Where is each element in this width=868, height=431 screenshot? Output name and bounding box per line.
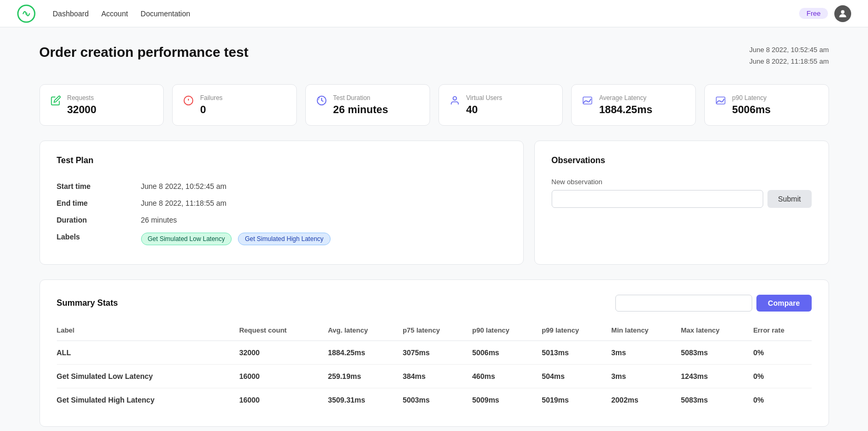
plan-row-duration: Duration 26 minutes (57, 212, 506, 228)
row-1-avg: 259.19ms (328, 365, 403, 388)
stat-card-avg-latency: Average Latency 1884.25ms (571, 84, 696, 126)
table-row: Get Simulated High Latency 16000 3509.31… (57, 388, 812, 412)
stat-card-p90-latency: p90 Latency 5006ms (704, 84, 829, 126)
row-0-label: ALL (57, 341, 240, 365)
row-2-p75: 5003ms (403, 388, 472, 412)
row-1-min: 3ms (611, 365, 681, 388)
logo[interactable] (17, 4, 36, 23)
stat-card-users: Virtual Users 40 (438, 84, 563, 126)
svg-point-1 (25, 12, 28, 15)
col-label: Label (57, 322, 240, 341)
row-2-error: 0% (753, 388, 812, 412)
row-0-p75: 3075ms (403, 341, 472, 365)
row-1-label: Get Simulated Low Latency (57, 365, 240, 388)
compare-button[interactable]: Compare (756, 295, 812, 312)
row-0-count: 32000 (239, 341, 327, 365)
nav-links: Dashboard Account Documentation (53, 9, 782, 18)
stats-table-header: Label Request count Avg. latency p75 lat… (57, 322, 812, 341)
compare-input[interactable] (615, 295, 752, 312)
row-1-p75: 384ms (403, 365, 472, 388)
stat-card-duration: Test Duration 26 minutes (305, 84, 430, 126)
col-p75: p75 latency (403, 322, 472, 341)
observations-card: Observations New observation Submit (534, 141, 829, 265)
plan-val-duration: 26 minutes (141, 212, 506, 228)
observations-title: Observations (552, 156, 812, 165)
plan-row-start: Start time June 8 2022, 10:52:45 am (57, 178, 506, 195)
summary-stats-card: Summary Stats Compare Label Request coun… (39, 279, 829, 427)
row-2-avg: 3509.31ms (328, 388, 403, 412)
row-0-error: 0% (753, 341, 812, 365)
col-error-rate: Error rate (753, 322, 812, 341)
summary-header: Summary Stats Compare (57, 295, 812, 312)
warning-icon (183, 95, 194, 107)
navbar-right: Free (799, 5, 851, 22)
navbar: Dashboard Account Documentation Free (0, 0, 868, 27)
summary-title: Summary Stats (57, 298, 118, 308)
plan-table: Start time June 8 2022, 10:52:45 am End … (57, 178, 506, 249)
obs-input-row: Submit (552, 190, 812, 208)
page-dates: June 8 2022, 10:52:45 am June 8 2022, 11… (749, 44, 829, 67)
stat-value-avg-latency: 1884.25ms (599, 104, 652, 116)
chart-avg-icon (582, 95, 593, 107)
plan-val-start: June 8 2022, 10:52:45 am (141, 178, 506, 195)
nav-account[interactable]: Account (102, 9, 128, 18)
stat-card-failures: Failures 0 (172, 84, 297, 126)
stat-value-duration: 26 minutes (333, 104, 388, 116)
row-0-max: 5083ms (681, 341, 753, 365)
test-plan-card: Test Plan Start time June 8 2022, 10:52:… (39, 141, 524, 265)
row-1-max: 1243ms (681, 365, 753, 388)
clock-icon (316, 95, 327, 107)
stat-value-failures: 0 (200, 104, 223, 116)
svg-point-2 (841, 10, 845, 14)
col-request-count: Request count (239, 322, 327, 341)
plan-row-end: End time June 8 2022, 11:18:55 am (57, 195, 506, 212)
stat-cards: Requests 32000 Failures 0 Test Duration … (39, 84, 829, 126)
submit-button[interactable]: Submit (767, 190, 812, 208)
stat-card-requests: Requests 32000 (39, 84, 164, 126)
stat-label-requests: Requests (67, 94, 97, 102)
avatar[interactable] (834, 5, 851, 22)
table-row: ALL 32000 1884.25ms 3075ms 5006ms 5013ms… (57, 341, 812, 365)
test-plan-title: Test Plan (57, 156, 506, 165)
pencil-icon (51, 95, 61, 107)
new-observation-input[interactable] (552, 190, 763, 208)
row-2-label: Get Simulated High Latency (57, 388, 240, 412)
stat-value-p90-latency: 5006ms (732, 104, 771, 116)
table-row: Get Simulated Low Latency 16000 259.19ms… (57, 365, 812, 388)
row-2-min: 2002ms (611, 388, 681, 412)
page-header: Order creation performance test June 8 2… (39, 44, 829, 67)
nav-dashboard[interactable]: Dashboard (53, 9, 89, 18)
row-2-count: 16000 (239, 388, 327, 412)
stat-value-users: 40 (466, 104, 502, 116)
row-1-error: 0% (753, 365, 812, 388)
user-icon (450, 95, 460, 107)
plan-key-end: End time (57, 195, 141, 212)
free-badge: Free (799, 8, 828, 19)
col-p99: p99 latency (542, 322, 611, 341)
col-avg-latency: Avg. latency (328, 322, 403, 341)
plan-val-labels: Get Simulated Low Latency Get Simulated … (141, 228, 506, 249)
stat-label-failures: Failures (200, 94, 223, 102)
nav-documentation[interactable]: Documentation (141, 9, 190, 18)
stat-label-avg-latency: Average Latency (599, 94, 652, 102)
stat-value-requests: 32000 (67, 104, 97, 116)
col-min: Min latency (611, 322, 681, 341)
date-start: June 8 2022, 10:52:45 am (749, 44, 829, 56)
svg-point-7 (453, 97, 456, 101)
two-col-section: Test Plan Start time June 8 2022, 10:52:… (39, 141, 829, 265)
compare-row: Compare (615, 295, 812, 312)
main-content: Order creation performance test June 8 2… (18, 27, 850, 431)
stats-table: Label Request count Avg. latency p75 lat… (57, 322, 812, 412)
row-2-max: 5083ms (681, 388, 753, 412)
row-0-p90: 5006ms (472, 341, 542, 365)
label-badge-high-latency: Get Simulated High Latency (238, 233, 330, 245)
stat-label-p90-latency: p90 Latency (732, 94, 771, 102)
plan-key-start: Start time (57, 178, 141, 195)
page-title: Order creation performance test (39, 44, 248, 61)
col-p90: p90 latency (472, 322, 542, 341)
row-2-p99: 5019ms (542, 388, 611, 412)
col-max: Max latency (681, 322, 753, 341)
row-1-count: 16000 (239, 365, 327, 388)
row-1-p90: 460ms (472, 365, 542, 388)
row-2-p90: 5009ms (472, 388, 542, 412)
